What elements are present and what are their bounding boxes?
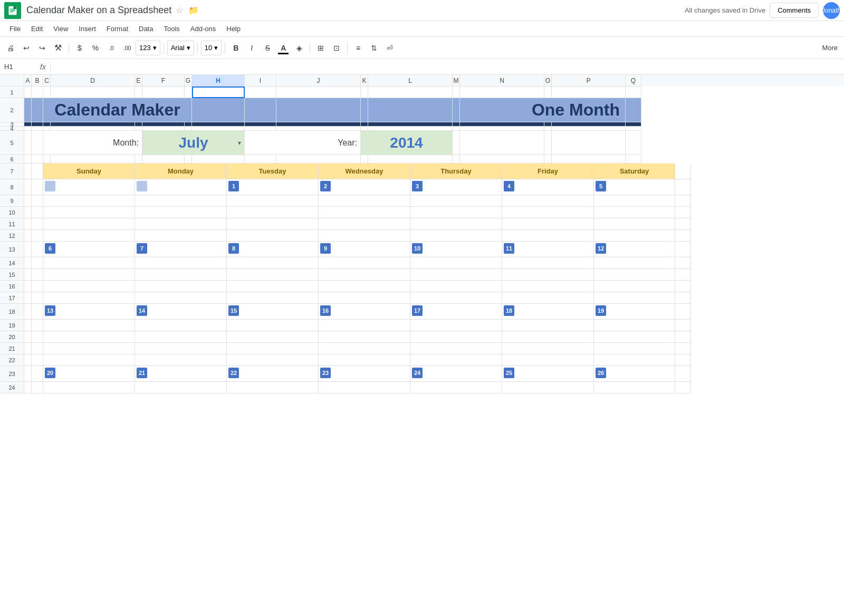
- cell-c10[interactable]: [43, 207, 135, 218]
- cell-g9[interactable]: [410, 195, 502, 207]
- cell-a23[interactable]: [24, 366, 32, 382]
- week3-tuesday-cell[interactable]: 15: [227, 304, 319, 320]
- col-header-a[interactable]: A: [24, 75, 32, 86]
- cell-q5[interactable]: [626, 131, 641, 155]
- cell-b12[interactable]: [32, 230, 43, 242]
- cell-h2[interactable]: [192, 98, 245, 122]
- wrap-button[interactable]: ⏎: [382, 41, 397, 55]
- day-header-tuesday[interactable]: Tuesday: [227, 163, 319, 179]
- menu-item-data[interactable]: Data: [133, 23, 158, 35]
- cell-i12[interactable]: [594, 230, 675, 242]
- week3-thursday-cell[interactable]: 17: [410, 304, 502, 320]
- cell-h11[interactable]: [502, 218, 594, 230]
- cell-q8[interactable]: [675, 179, 691, 195]
- col-header-b[interactable]: B: [32, 75, 43, 86]
- cell-h12[interactable]: [502, 230, 594, 242]
- cell-q12[interactable]: [675, 230, 691, 242]
- col-header-e[interactable]: E: [135, 75, 142, 86]
- cell-e22[interactable]: [227, 354, 319, 366]
- cell-b21[interactable]: [32, 343, 43, 354]
- currency-button[interactable]: $: [72, 41, 87, 55]
- cell-q9[interactable]: [675, 195, 691, 207]
- cell-i19[interactable]: [594, 320, 675, 331]
- cell-b13[interactable]: [32, 242, 43, 257]
- cell-q14[interactable]: [675, 257, 691, 269]
- cell-f24[interactable]: [319, 382, 410, 393]
- cell-j3[interactable]: [276, 122, 361, 127]
- cell-c22[interactable]: [43, 354, 135, 366]
- cell-q6[interactable]: [626, 155, 641, 163]
- cell-m3[interactable]: [453, 122, 460, 127]
- menu-item-format[interactable]: Format: [101, 23, 133, 35]
- cell-g4[interactable]: [185, 127, 192, 131]
- cell-m5[interactable]: [453, 131, 460, 155]
- row-num-24[interactable]: 24: [0, 382, 24, 393]
- cell-k1[interactable]: [361, 86, 368, 98]
- cell-b6[interactable]: [32, 155, 43, 163]
- cell-q23[interactable]: [675, 366, 691, 382]
- row-num-21[interactable]: 21: [0, 343, 24, 354]
- cell-d20[interactable]: [135, 331, 227, 343]
- cell-i1[interactable]: [245, 86, 276, 98]
- cell-f17[interactable]: [319, 292, 410, 304]
- cell-q4[interactable]: [626, 127, 641, 131]
- cell-c6[interactable]: [43, 155, 51, 163]
- cell-m4[interactable]: [453, 127, 460, 131]
- valign-button[interactable]: ⇅: [367, 41, 381, 55]
- cell-d14[interactable]: [135, 257, 227, 269]
- cell-c1[interactable]: [43, 86, 51, 98]
- cell-i21[interactable]: [594, 343, 675, 354]
- undo-button[interactable]: ↩: [19, 41, 34, 55]
- col-header-d[interactable]: D: [51, 75, 135, 86]
- week2-thursday-cell[interactable]: 10: [410, 242, 502, 257]
- cell-g21[interactable]: [410, 343, 502, 354]
- cell-a6[interactable]: [24, 155, 32, 163]
- cell-a2[interactable]: [24, 98, 32, 122]
- week1-tuesday-cell[interactable]: 1: [227, 179, 319, 195]
- col-header-f[interactable]: F: [142, 75, 185, 86]
- cell-d3[interactable]: [51, 122, 135, 127]
- week4-monday-cell[interactable]: 21: [135, 366, 227, 382]
- row-num-15[interactable]: 15: [0, 269, 24, 281]
- cell-o5[interactable]: [544, 131, 552, 155]
- row-num-14[interactable]: 14: [0, 257, 24, 269]
- cell-a1[interactable]: [24, 86, 32, 98]
- cell-a12[interactable]: [24, 230, 32, 242]
- week3-friday-cell[interactable]: 18: [502, 304, 594, 320]
- cell-a15[interactable]: [24, 269, 32, 281]
- cell-h3[interactable]: [192, 122, 245, 127]
- cell-l2[interactable]: [368, 98, 453, 122]
- cell-a9[interactable]: [24, 195, 32, 207]
- cell-q19[interactable]: [675, 320, 691, 331]
- week4-friday-cell[interactable]: 25: [502, 366, 594, 382]
- more-button[interactable]: More: [819, 42, 841, 54]
- cell-i16[interactable]: [594, 281, 675, 292]
- cell-e17[interactable]: [227, 292, 319, 304]
- cell-b7[interactable]: [32, 163, 43, 179]
- cell-b2[interactable]: [32, 98, 43, 122]
- week2-wednesday-cell[interactable]: 9: [319, 242, 410, 257]
- comments-button[interactable]: Comments: [770, 3, 819, 18]
- row-num-19[interactable]: 19: [0, 320, 24, 331]
- cell-p3[interactable]: [552, 122, 626, 127]
- cell-i11[interactable]: [594, 218, 675, 230]
- cell-c16[interactable]: [43, 281, 135, 292]
- cell-q11[interactable]: [675, 218, 691, 230]
- cell-b22[interactable]: [32, 354, 43, 366]
- row-num-23[interactable]: 23: [0, 366, 24, 382]
- italic-button[interactable]: I: [244, 41, 259, 55]
- col-header-g[interactable]: G: [185, 75, 192, 86]
- decimal-dec-button[interactable]: .0: [104, 41, 119, 55]
- week2-saturday-cell[interactable]: 12: [594, 242, 675, 257]
- cell-b15[interactable]: [32, 269, 43, 281]
- font-size-dropdown[interactable]: 10 ▾: [201, 41, 222, 55]
- cell-e24[interactable]: [227, 382, 319, 393]
- cell-d11[interactable]: [135, 218, 227, 230]
- cell-b1[interactable]: [32, 86, 43, 98]
- col-header-l[interactable]: L: [368, 75, 453, 86]
- cell-e6[interactable]: [135, 155, 142, 163]
- row-num-1[interactable]: 1: [0, 86, 24, 98]
- cell-n1[interactable]: [460, 86, 544, 98]
- cell-b23[interactable]: [32, 366, 43, 382]
- month-dropdown-icon[interactable]: ▾: [238, 139, 241, 147]
